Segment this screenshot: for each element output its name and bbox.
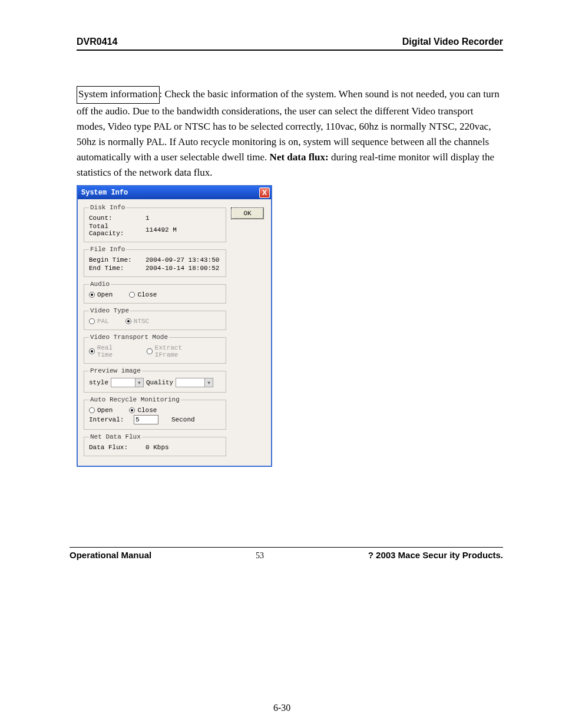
- auto-recycle-legend: Auto Recycle Monitoring: [89, 396, 181, 403]
- preview-image-legend: Preview image: [89, 367, 142, 374]
- count-value: 1: [146, 215, 150, 222]
- recycle-open-radio[interactable]: Open: [89, 407, 113, 414]
- second-label: Second: [171, 416, 195, 423]
- chevron-down-icon: ▼: [135, 378, 143, 387]
- page-header: DVR0414 Digital Video Recorder: [77, 37, 503, 51]
- header-left: DVR0414: [77, 37, 117, 47]
- footer-right: ? 2003 Mace Secur ity Products.: [368, 550, 503, 560]
- radio-icon: [89, 348, 95, 354]
- quality-label: Quality: [146, 379, 173, 386]
- radio-icon: [89, 318, 95, 324]
- audio-group: Audio Open Close: [84, 281, 226, 304]
- auto-recycle-group: Auto Recycle Monitoring Open Close Inter…: [84, 396, 226, 430]
- audio-close-radio[interactable]: Close: [129, 291, 157, 298]
- titlebar[interactable]: System Info X: [78, 186, 271, 199]
- video-transport-group: Video Transport Mode Real Time Extract I…: [84, 334, 226, 364]
- style-dropdown[interactable]: ▼: [111, 378, 144, 387]
- ntsc-radio[interactable]: NTSC: [125, 318, 149, 325]
- net-data-flux-bold: Net data flux:: [270, 151, 329, 163]
- radio-icon: [129, 292, 135, 298]
- radio-icon: [129, 407, 135, 413]
- capacity-label: Total Capacity:: [89, 223, 143, 237]
- radio-icon: [147, 348, 153, 354]
- end-time-label: End Time:: [89, 265, 143, 272]
- quality-dropdown[interactable]: ▼: [176, 378, 213, 387]
- ok-button[interactable]: OK: [231, 207, 264, 219]
- net-data-flux-group: Net Data Flux Data Flux: 0 Kbps: [84, 433, 226, 456]
- begin-time-label: Begin Time:: [89, 256, 143, 263]
- file-info-group: File Info Begin Time: 2004-09-27 13:43:5…: [84, 246, 226, 277]
- system-information-label: System information: [77, 86, 160, 104]
- interval-input[interactable]: 5: [134, 415, 158, 424]
- begin-time-value: 2004-09-27 13:43:50: [146, 256, 219, 263]
- radio-icon: [125, 318, 131, 324]
- interval-label: Interval:: [89, 416, 131, 423]
- figure-number: 6-30: [273, 703, 290, 713]
- close-icon[interactable]: X: [259, 187, 270, 198]
- disk-info-legend: Disk Info: [89, 204, 126, 211]
- preview-image-group: Preview image style ▼ Quality ▼: [84, 367, 226, 393]
- header-right: Digital Video Recorder: [402, 37, 503, 47]
- recycle-close-radio[interactable]: Close: [129, 407, 157, 414]
- footer-left: Operational Manual: [70, 550, 151, 560]
- body-paragraph: System information: Check the basic info…: [77, 86, 503, 180]
- data-flux-label: Data Flux:: [89, 444, 143, 451]
- net-data-flux-legend: Net Data Flux: [89, 433, 142, 440]
- pal-radio[interactable]: PAL: [89, 318, 109, 325]
- chevron-down-icon: ▼: [204, 378, 213, 387]
- audio-open-radio[interactable]: Open: [89, 291, 113, 298]
- extract-iframe-radio[interactable]: Extract IFrame: [147, 344, 207, 358]
- page-number: 53: [151, 551, 368, 561]
- video-type-legend: Video Type: [89, 307, 130, 314]
- capacity-value: 114492 M: [146, 226, 177, 233]
- colon: :: [160, 88, 165, 100]
- file-info-legend: File Info: [89, 246, 126, 253]
- radio-icon: [89, 407, 95, 413]
- video-type-group: Video Type PAL NTSC: [84, 307, 226, 330]
- real-time-radio[interactable]: Real Time: [89, 344, 130, 358]
- video-transport-legend: Video Transport Mode: [89, 334, 169, 341]
- count-label: Count:: [89, 215, 143, 222]
- data-flux-value: 0 Kbps: [146, 444, 169, 451]
- style-label: style: [89, 379, 108, 386]
- radio-icon: [89, 292, 95, 298]
- system-info-dialog: System Info X Disk Info Count: 1 Total C…: [77, 185, 272, 467]
- end-time-value: 2004-10-14 18:00:52: [146, 265, 219, 272]
- dialog-title: System Info: [81, 189, 128, 197]
- audio-legend: Audio: [89, 281, 111, 288]
- disk-info-group: Disk Info Count: 1 Total Capacity: 11449…: [84, 204, 226, 242]
- page-footer: Operational Manual 53 ? 2003 Mace Secur …: [70, 547, 503, 561]
